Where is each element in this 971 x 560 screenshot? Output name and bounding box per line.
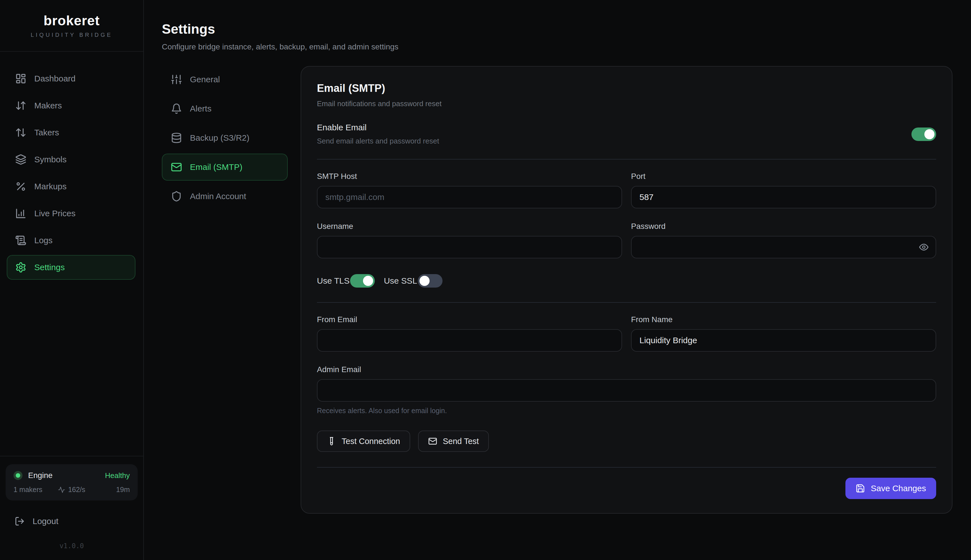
mail-icon <box>171 162 182 173</box>
tab-label: Admin Account <box>190 192 246 201</box>
sliders-icon <box>171 74 182 85</box>
password-label: Password <box>631 222 936 231</box>
sidebar-nav: Dashboard Makers Takers Symbols Markups … <box>0 52 143 456</box>
port-label: Port <box>631 172 936 181</box>
layers-icon <box>15 154 27 165</box>
sidebar-item-symbols[interactable]: Symbols <box>7 147 135 172</box>
sidebar-item-label: Makers <box>34 101 62 110</box>
save-changes-button[interactable]: Save Changes <box>846 478 936 499</box>
save-changes-label: Save Changes <box>871 483 926 493</box>
sidebar-item-dashboard[interactable]: Dashboard <box>7 66 135 91</box>
app-root: brokeret LIQUIDITY BRIDGE Dashboard Make… <box>0 0 971 560</box>
sidebar-item-label: Logs <box>34 236 53 245</box>
engine-title: Engine <box>28 471 100 480</box>
engine-makers-count: 1 makers <box>13 485 52 494</box>
sidebar-item-settings[interactable]: Settings <box>7 255 135 280</box>
page-title: Settings <box>162 21 953 37</box>
engine-rate-value: 162/s <box>68 485 85 494</box>
sidebar-bottom: Engine Healthy 1 makers 162/s 19m Logout… <box>0 456 143 560</box>
username-label: Username <box>317 222 622 231</box>
bell-icon <box>171 103 182 114</box>
eye-icon[interactable] <box>919 242 929 252</box>
section-divider <box>317 159 936 160</box>
from-email-input[interactable] <box>317 329 622 352</box>
dashboard-icon <box>15 73 27 84</box>
settings-subnav: General Alerts Backup (S3/R2) Email (SMT… <box>162 66 288 210</box>
engine-uptime: 19m <box>91 485 130 494</box>
password-input[interactable] <box>631 236 936 258</box>
enable-email-description: Send email alerts and password reset <box>317 137 911 145</box>
save-icon <box>856 483 865 493</box>
tab-label: Email (SMTP) <box>190 162 242 172</box>
sidebar-item-label: Markups <box>34 182 67 191</box>
use-tls-label: Use TLS <box>317 276 350 286</box>
database-icon <box>171 132 182 143</box>
tab-backup[interactable]: Backup (S3/R2) <box>162 124 288 152</box>
sidebar-item-label: Dashboard <box>34 74 75 83</box>
brand-name: brokeret <box>43 13 100 28</box>
username-input[interactable] <box>317 236 622 258</box>
sidebar-item-label: Settings <box>34 263 65 272</box>
shield-icon <box>171 191 182 202</box>
tab-alerts[interactable]: Alerts <box>162 95 288 122</box>
gear-icon <box>15 262 27 273</box>
tab-admin-account[interactable]: Admin Account <box>162 183 288 210</box>
sidebar-item-makers[interactable]: Makers <box>7 93 135 118</box>
logout-label: Logout <box>33 517 58 526</box>
tab-label: Backup (S3/R2) <box>190 133 250 143</box>
footer-divider <box>317 467 936 468</box>
smtp-host-label: SMTP Host <box>317 172 622 181</box>
activity-icon <box>58 486 65 493</box>
email-smtp-panel: Email (SMTP) Email notifications and pas… <box>300 66 953 514</box>
tab-label: General <box>190 75 220 84</box>
port-input[interactable] <box>631 186 936 208</box>
scroll-icon <box>15 235 27 246</box>
main-content: Settings Configure bridge instance, aler… <box>144 0 971 560</box>
admin-email-label: Admin Email <box>317 365 936 374</box>
admin-email-input[interactable] <box>317 379 936 402</box>
panel-subtitle: Email notifications and password reset <box>317 99 936 108</box>
sidebar-item-markups[interactable]: Markups <box>7 174 135 199</box>
panel-title: Email (SMTP) <box>317 82 936 94</box>
brand-tagline: LIQUIDITY BRIDGE <box>31 32 113 38</box>
bar-chart-icon <box>15 208 27 219</box>
tab-label: Alerts <box>190 104 212 113</box>
test-tube-icon <box>327 437 336 446</box>
app-version: v1.0.0 <box>6 530 138 554</box>
engine-health-badge: Healthy <box>105 471 130 480</box>
from-name-input[interactable] <box>631 329 936 352</box>
tab-email-smtp[interactable]: Email (SMTP) <box>162 153 288 181</box>
sidebar-item-logs[interactable]: Logs <box>7 228 135 253</box>
section-divider <box>317 302 936 303</box>
test-connection-label: Test Connection <box>342 437 400 446</box>
tab-general[interactable]: General <box>162 66 288 93</box>
sidebar-item-live-prices[interactable]: Live Prices <box>7 201 135 226</box>
percent-icon <box>15 181 27 192</box>
use-ssl-toggle[interactable] <box>418 274 442 288</box>
send-test-button[interactable]: Send Test <box>418 430 489 452</box>
from-name-label: From Name <box>631 315 936 324</box>
engine-status-card: Engine Healthy 1 makers 162/s 19m <box>6 464 138 500</box>
enable-email-label: Enable Email <box>317 123 911 132</box>
sidebar-item-label: Takers <box>34 128 59 137</box>
page-subtitle: Configure bridge instance, alerts, backu… <box>162 42 953 52</box>
brand-logo: brokeret LIQUIDITY BRIDGE <box>0 0 143 52</box>
sidebar-item-takers[interactable]: Takers <box>7 120 135 145</box>
use-ssl-label: Use SSL <box>384 276 417 286</box>
arrow-down-up-icon <box>15 100 27 111</box>
send-test-label: Send Test <box>443 437 479 446</box>
logout-button[interactable]: Logout <box>6 508 138 530</box>
admin-email-helper: Receives alerts. Also used for email log… <box>317 407 936 415</box>
sidebar: brokeret LIQUIDITY BRIDGE Dashboard Make… <box>0 0 144 560</box>
enable-email-toggle[interactable] <box>911 128 936 141</box>
arrow-up-down-icon <box>15 127 27 138</box>
test-connection-button[interactable]: Test Connection <box>317 430 410 452</box>
mail-icon <box>428 437 437 446</box>
sidebar-item-label: Symbols <box>34 155 67 164</box>
logout-icon <box>15 516 25 526</box>
use-tls-toggle[interactable] <box>350 274 375 288</box>
sidebar-item-label: Live Prices <box>34 209 75 218</box>
smtp-host-input[interactable] <box>317 186 622 208</box>
engine-status-dot <box>13 471 22 480</box>
from-email-label: From Email <box>317 315 622 324</box>
